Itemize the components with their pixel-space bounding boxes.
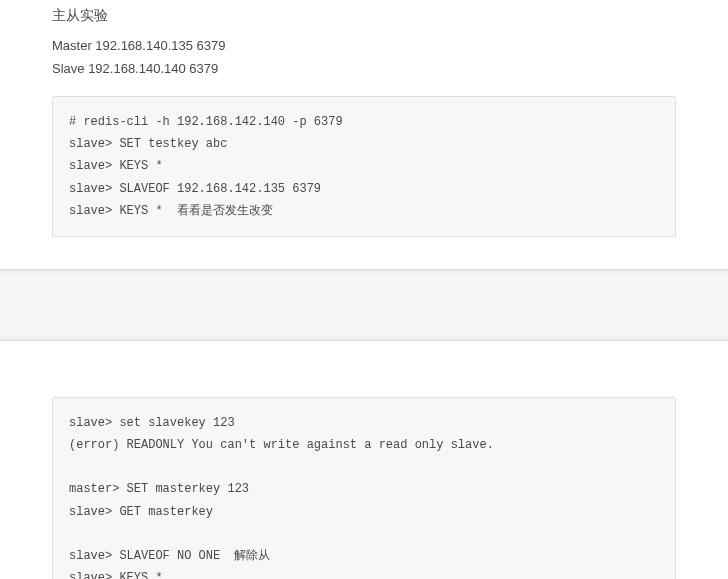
code-line: master> SET masterkey 123 — [69, 482, 249, 496]
code-line: slave> set slavekey 123 — [69, 416, 235, 430]
code-line: slave> SLAVEOF 192.168.142.135 6379 — [69, 182, 321, 196]
code-block-2: slave> set slavekey 123 (error) READONLY… — [52, 397, 676, 579]
code-annotation: 看看是否发生改变 — [177, 204, 273, 218]
code-line: # redis-cli -h 192.168.142.140 -p 6379 — [69, 115, 343, 129]
page-divider — [0, 269, 728, 341]
master-line: Master 192.168.140.135 6379 — [52, 36, 676, 57]
code-line: (error) READONLY You can't write against… — [69, 438, 494, 452]
code-line: slave> KEYS * — [69, 571, 163, 579]
code-line: slave> SLAVEOF NO ONE — [69, 549, 220, 563]
code-line: slave> SET testkey abc — [69, 137, 227, 151]
section-heading: 主从实验 — [52, 4, 676, 26]
code-annotation: 解除从 — [234, 549, 270, 563]
slave-line: Slave 192.168.140.140 6379 — [52, 59, 676, 80]
code-line: slave> KEYS * — [69, 159, 163, 173]
code-line: slave> KEYS * — [69, 204, 163, 218]
code-block-1: # redis-cli -h 192.168.142.140 -p 6379 s… — [52, 96, 676, 237]
section-slave-write-test: slave> set slavekey 123 (error) READONLY… — [0, 341, 728, 579]
code-line: slave> GET masterkey — [69, 505, 213, 519]
section-master-slave-experiment: 主从实验 Master 192.168.140.135 6379 Slave 1… — [0, 0, 728, 265]
